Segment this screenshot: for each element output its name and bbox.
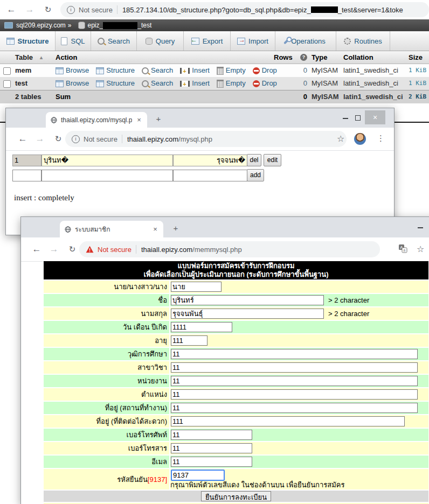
major-input[interactable] [171,362,418,373]
new-id-input[interactable] [12,170,41,181]
sort-asc-icon[interactable]: ▴ [40,51,43,64]
insert-link[interactable]: Insert [180,64,210,77]
submit-row: ยืนยันการลงทะเบียน [44,491,428,502]
edit-button[interactable]: edit [264,154,281,166]
contact-address-input[interactable] [171,416,405,426]
breadcrumb-server[interactable]: sql209.epizy.com [16,22,66,29]
tab-close-icon[interactable] [135,116,143,124]
column-header-size[interactable]: Size [409,51,423,64]
minimize-icon[interactable] [343,118,348,119]
form-label: วัน เดือน ปีเกิด [44,321,169,333]
first-name-input[interactable] [171,295,324,305]
column-header-collation[interactable]: Collation [343,51,373,64]
phone-input[interactable] [171,430,252,440]
action-label: Structure [106,77,135,90]
back-icon[interactable] [17,133,29,145]
reload-icon[interactable] [66,243,78,255]
del-button[interactable]: del [247,154,261,166]
forward-icon[interactable] [34,133,46,145]
window-titlebar[interactable]: thaiall.epizy.com/mysql.php [6,108,394,128]
form-row: หน่วยงาน [44,375,428,387]
minimize-icon[interactable] [418,227,423,228]
record-surname-field[interactable]: รุจจนพ� [173,155,247,166]
translate-icon[interactable]: Aa [398,244,407,255]
table-row: mem Browse Structure Search Insert Empty… [0,64,429,77]
table-header-row: Table ▴ Action Rows Type Collation Size [0,51,429,64]
organization-input[interactable] [171,376,418,386]
tab-operations[interactable]: Operations [275,31,336,51]
tab-import[interactable]: Import [231,31,275,51]
confirm-code-input[interactable] [171,470,225,481]
position-input[interactable] [171,389,418,400]
bookmark-star-icon[interactable] [337,134,344,144]
address-bar[interactable]: Not secure 185.27.134.10/db_structure.ph… [60,2,429,17]
tab-sql[interactable]: SQL [56,31,91,51]
back-icon[interactable] [31,243,43,255]
new-name-input[interactable] [41,170,173,181]
info-icon[interactable] [72,135,80,143]
reload-icon[interactable] [52,133,64,145]
tab-export[interactable]: Export [184,31,231,51]
structure-link[interactable]: Structure [96,64,135,77]
last-name-input[interactable] [171,309,324,319]
structure-link[interactable]: Structure [96,77,135,90]
tab-search[interactable]: Search [91,31,137,51]
search-link[interactable]: Search [142,77,173,90]
info-icon[interactable] [67,6,75,14]
work-address-input[interactable] [171,403,418,413]
insert-link[interactable]: Insert [180,77,210,90]
sql-page-icon [61,37,67,45]
breadcrumb-db-suffix[interactable]: _test [137,22,151,29]
bookmark-star-icon[interactable] [417,244,424,254]
forward-icon[interactable] [24,4,36,16]
search-link[interactable]: Search [142,64,173,77]
column-header-table[interactable]: Table [15,51,33,64]
breadcrumb-db-prefix[interactable]: epiz_ [88,22,103,29]
maximize-icon[interactable] [355,115,361,121]
birthdate-input[interactable] [171,322,232,332]
table-name[interactable]: mem [15,64,31,77]
reload-icon[interactable] [42,4,54,16]
empty-link[interactable]: Empty [217,77,246,90]
column-header-rows[interactable]: Rows [274,51,293,64]
email-input[interactable] [171,457,252,467]
table-footer-row: 2 tables Sum 0 MyISAM latin1_swedish_ci … [0,90,429,103]
window-titlebar[interactable]: ระบบสมาชิก [21,217,429,237]
address-bar[interactable]: Not secure thaiall.epizy.com/mysql.php [65,131,347,147]
forward-icon[interactable] [48,243,60,255]
back-icon[interactable] [5,4,17,16]
table-name[interactable]: test [15,77,27,90]
not-secure-label: Not secure [79,6,113,14]
add-button[interactable]: add [247,169,264,181]
tab-close-icon[interactable] [151,226,159,233]
query-icon [146,38,153,45]
title-input[interactable] [171,282,222,292]
profile-avatar[interactable] [354,133,366,145]
row-checkbox[interactable] [3,67,11,75]
browse-link[interactable]: Browse [56,77,89,90]
help-icon[interactable] [300,54,307,61]
address-bar[interactable]: Not secure thaiall.epizy.com/memmysql.ph… [79,241,380,257]
fax-input[interactable] [171,443,252,453]
new-surname-input[interactable] [173,170,247,181]
column-header-type[interactable]: Type [312,51,327,64]
record-name-field[interactable]: บุรินท� [41,155,173,166]
form-row: อีเมล [44,456,428,468]
tab-query[interactable]: Query [137,31,184,51]
row-checkbox[interactable] [3,80,11,88]
empty-link[interactable]: Empty [217,64,246,77]
close-icon[interactable] [365,110,385,124]
browser-tab[interactable]: ระบบสมาชิก [60,221,163,237]
new-tab-icon[interactable] [154,114,163,124]
new-tab-icon[interactable] [171,223,181,233]
tab-routines[interactable]: Routines [336,31,390,51]
browse-link[interactable]: Browse [56,64,89,77]
age-input[interactable] [171,335,207,346]
submit-button[interactable]: ยืนยันการลงทะเบียน [201,491,271,501]
browser-tab[interactable]: thaiall.epizy.com/mysql.php [46,112,147,128]
tab-structure[interactable]: Structure [0,31,56,51]
form-label: ที่อยู่ (ที่ติดต่อได้สะดวก) [44,415,169,428]
tab-label: Routines [354,37,382,45]
education-input[interactable] [171,349,418,359]
menu-dots-icon[interactable] [377,134,385,143]
